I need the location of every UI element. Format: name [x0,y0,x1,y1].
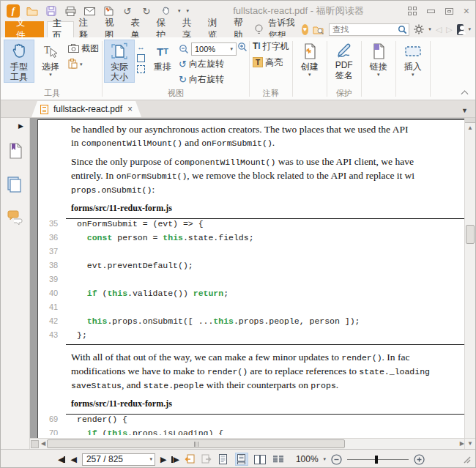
favorite-heart-icon[interactable]: ♥ [302,24,309,35]
pdf-sign-button[interactable]: PDF签名 [329,40,360,81]
reflow-button[interactable]: TT 重排 [147,40,178,73]
user-account-icon[interactable] [457,24,464,35]
tab-file[interactable]: 文件 [5,21,44,37]
previous-page-button[interactable]: ◀ [70,456,76,464]
zoom-in-icon[interactable] [237,42,248,52]
pdf-page[interactable]: be handled by our asynchronous action cr… [37,119,464,438]
typewriter-button[interactable]: TI 打字机 [251,40,291,53]
ribbon-toolbar: 手型工具 T 选择 ▾ 截图 ▾ 工具 [1,37,475,100]
comments-panel-button[interactable] [7,210,23,225]
resize-grip[interactable] [462,455,471,464]
tab-帮助[interactable]: 帮助 [228,21,254,37]
page-dropdown-icon[interactable]: ▾ [149,456,152,462]
highlight-button[interactable]: T 高亮 [251,56,284,69]
tab-表单[interactable]: 表单 [125,21,151,37]
insert-button[interactable]: 插入 ▾ [398,40,428,77]
scroll-up-icon[interactable]: ▲ [467,123,473,133]
continuous-facing-view-button[interactable] [272,453,285,466]
tab-浏览[interactable]: 浏览 [203,21,228,37]
bookmarks-panel-button[interactable] [8,143,23,159]
single-page-view-button[interactable] [217,453,230,466]
link-button[interactable]: 链接 ▾ [363,40,394,77]
next-page-button[interactable]: ▶ [160,456,166,464]
paragraph: With all of that out of the way, we can … [38,351,464,393]
snapshot-button[interactable]: 截图 [67,42,100,55]
actual-size-button[interactable]: 实际大小 [104,40,135,83]
expand-panel-icon[interactable]: ▶ [18,122,29,130]
zoom-level-combobox[interactable]: 100%▾ [191,42,237,56]
rotate-left-button[interactable]: ↺ 向左旋转 [179,57,237,71]
ribbon-group-insert: 插入 ▾ [398,38,428,100]
clipboard-button[interactable]: ▾ [67,57,100,70]
customize-quick-access-button[interactable]: ▾ [187,8,190,14]
hand-icon [10,42,28,61]
continuous-view-button[interactable] [235,453,248,466]
save-button[interactable] [45,4,58,18]
zoom-slider[interactable] [347,455,409,464]
rotate-right-button[interactable]: ↻ 向右旋转 [179,73,237,86]
next-view-button[interactable] [201,454,212,464]
facing-view-button[interactable] [253,453,267,466]
search-box[interactable] [329,23,409,36]
select-tool-button[interactable]: T 选择 ▾ [35,40,66,77]
restore-button[interactable] [445,8,453,15]
vertical-scrollbar[interactable]: ▲ [464,118,475,438]
fit-visible-icon[interactable] [137,65,145,73]
collapse-ribbon-button[interactable] [462,89,469,95]
code-file-header: forms/src/11-redux-form.js [71,203,464,214]
minimize-button[interactable] [427,10,435,13]
gear-dropdown-icon[interactable]: ▾ [428,26,431,32]
folder-search-icon[interactable] [313,25,324,34]
hand-tool-quick-button[interactable] [159,4,172,18]
scroll-down-icon[interactable]: ▼ [467,439,473,449]
horizontal-scroll-thumb[interactable] [47,439,345,448]
last-page-button[interactable]: ▶ [171,456,179,464]
zoom-out-button[interactable] [331,454,342,465]
undo-button[interactable]: ↺ [121,4,134,18]
print-button[interactable] [64,4,77,18]
hand-tool-dropdown-icon[interactable]: ▾ [178,8,181,14]
tab-主页[interactable]: 主页 [47,21,74,37]
tab-close-icon[interactable]: × [127,105,133,113]
search-input[interactable] [330,25,398,34]
vertical-scroll-thumb[interactable] [466,225,475,244]
user-dropdown-icon[interactable]: ▾ [468,26,471,32]
pages-panel-button[interactable] [7,177,23,193]
page-number-box[interactable]: ▾ [82,453,155,466]
open-file-button[interactable] [26,4,39,18]
ui-layout-icon[interactable] [408,7,417,15]
ribbon-group-tools: 手型工具 T 选择 ▾ 截图 ▾ 工具 [4,38,100,100]
document-tab[interactable]: fullstack-react.pdf × [31,101,141,117]
tab-list-dropdown-icon[interactable]: ▼ [461,107,475,117]
horizontal-split-handle[interactable] [31,440,39,448]
tab-视图[interactable]: 视图 [100,21,125,37]
zoom-slider-thumb[interactable] [375,456,378,464]
zoom-out-icon[interactable] [179,44,189,54]
code-line: 42 this.props.onSubmit([ ...this.props.p… [49,316,464,330]
close-button[interactable]: × [464,7,469,15]
page-number-input[interactable] [83,454,149,464]
previous-view-button[interactable] [185,454,196,464]
navigation-sidebar: ▶ [1,118,30,449]
split-view-handle[interactable] [465,118,475,123]
zoom-dropdown-icon[interactable]: ▾ [324,456,327,462]
gear-icon[interactable] [414,24,424,34]
history-back-button[interactable]: ◁ [436,25,442,34]
zoom-percentage[interactable]: 100% [296,454,319,464]
tab-注释[interactable]: 注释 [74,21,100,37]
horizontal-scrollbar[interactable]: ◀ ▶ [30,438,464,449]
create-button[interactable]: 创建 ▾ [294,40,325,77]
pen-sign-icon [335,42,354,59]
tab-共享[interactable]: 共享 [177,21,203,37]
zoom-in-button[interactable] [414,454,425,465]
create-pdf-button[interactable] [102,4,115,18]
history-forward-button[interactable]: ▷ [446,25,452,34]
redo-button[interactable]: ↻ [140,4,153,18]
paragraph: be handled by our asynchronous action cr… [38,123,464,150]
fit-page-icon[interactable] [137,54,145,62]
email-button[interactable] [83,4,96,18]
fit-width-icon[interactable]: ↔ [137,43,145,51]
hand-tool-button[interactable]: 手型工具 [4,40,34,83]
first-page-button[interactable]: ◀ [58,456,65,464]
tab-保护[interactable]: 保护 [152,21,177,37]
